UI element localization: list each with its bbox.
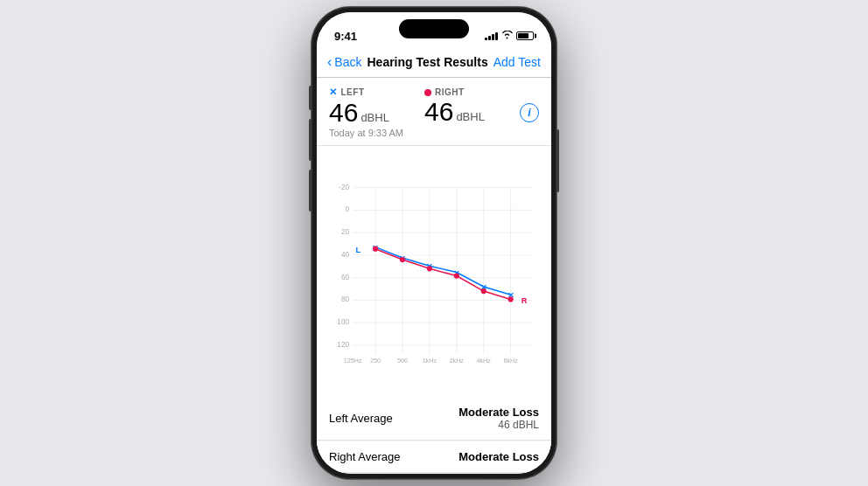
left-average-value: Moderate Loss 46 dBHL (458, 406, 539, 431)
right-ear-label: RIGHT (424, 87, 520, 97)
svg-point-38 (400, 257, 405, 262)
right-average-value: Moderate Loss (458, 450, 539, 463)
wifi-icon (501, 31, 513, 41)
left-average-title: Moderate Loss (458, 406, 539, 419)
left-average-label: Left Average (329, 412, 393, 425)
results-header: ✕ LEFT 46 dBHL RIGHT (317, 78, 551, 146)
right-ear-reading: RIGHT 46 dBHL (424, 87, 520, 125)
readings-row: ✕ LEFT 46 dBHL RIGHT (329, 87, 539, 126)
left-ear-value: 46 (329, 100, 358, 126)
left-ear-name: LEFT (341, 87, 365, 97)
back-chevron-icon: ‹ (327, 54, 332, 70)
right-ear-name: RIGHT (435, 87, 465, 97)
audiogram-svg: -20 0 20 40 60 80 100 120 125Hz 250 500 … (317, 151, 551, 395)
back-label: Back (334, 55, 361, 69)
right-marker-icon (424, 89, 431, 96)
svg-text:0: 0 (346, 205, 350, 213)
left-average-sub: 46 dBHL (458, 419, 539, 431)
status-bar: 9:41 (317, 12, 551, 49)
navigation-bar: ‹ Back Hearing Test Results Add Test (317, 49, 551, 78)
test-date: Today at 9:33 AM (329, 128, 539, 138)
right-average-title: Moderate Loss (458, 450, 539, 463)
phone-device: 9:41 ‹ Back (312, 7, 556, 479)
right-ear-value: 46 (424, 99, 453, 125)
left-ear-reading: ✕ LEFT 46 dBHL (329, 87, 424, 126)
svg-text:L: L (356, 246, 361, 254)
svg-text:500: 500 (397, 357, 408, 364)
svg-text:20: 20 (341, 228, 350, 236)
svg-point-40 (454, 274, 459, 279)
page-title: Hearing Test Results (367, 55, 487, 69)
left-marker-icon: ✕ (329, 87, 338, 98)
audiogram-chart: -20 0 20 40 60 80 100 120 125Hz 250 500 … (317, 146, 551, 397)
left-average-row: Left Average Moderate Loss 46 dBHL (317, 397, 551, 441)
right-average-label: Right Average (329, 450, 400, 463)
svg-point-41 (481, 288, 486, 294)
main-content: ✕ LEFT 46 dBHL RIGHT (317, 78, 551, 474)
svg-text:1kHz: 1kHz (423, 357, 438, 364)
svg-text:-20: -20 (339, 184, 349, 191)
svg-text:100: 100 (337, 318, 349, 326)
svg-text:2kHz: 2kHz (450, 357, 465, 364)
dynamic-island (399, 19, 469, 38)
svg-point-39 (427, 266, 432, 271)
signal-icon (485, 31, 498, 40)
svg-text:R: R (522, 296, 528, 305)
info-button[interactable]: i (520, 103, 539, 122)
back-button[interactable]: ‹ Back (327, 54, 361, 70)
svg-text:60: 60 (341, 274, 350, 281)
power-button (556, 129, 559, 192)
status-icons (485, 31, 534, 41)
volume-down-button (309, 170, 312, 212)
svg-text:250: 250 (370, 357, 381, 364)
add-test-button[interactable]: Add Test (494, 55, 541, 69)
volume-up-button (309, 119, 312, 161)
status-time: 9:41 (334, 30, 357, 43)
svg-text:4kHz: 4kHz (476, 357, 491, 364)
svg-point-42 (508, 296, 514, 302)
svg-text:40: 40 (341, 251, 350, 259)
right-average-row: Right Average Moderate Loss (317, 441, 551, 473)
left-ear-label: ✕ LEFT (329, 87, 424, 98)
silent-switch (309, 86, 312, 110)
svg-point-37 (373, 246, 378, 252)
phone-screen: 9:41 ‹ Back (317, 12, 551, 474)
svg-text:8kHz: 8kHz (503, 357, 518, 364)
summary-section: Left Average Moderate Loss 46 dBHL Right… (317, 397, 551, 474)
left-ear-unit: dBHL (360, 111, 389, 124)
svg-text:80: 80 (341, 295, 350, 303)
battery-icon (516, 31, 534, 40)
svg-text:125Hz: 125Hz (344, 357, 362, 364)
right-ear-unit: dBHL (456, 110, 485, 123)
svg-text:120: 120 (337, 341, 349, 349)
